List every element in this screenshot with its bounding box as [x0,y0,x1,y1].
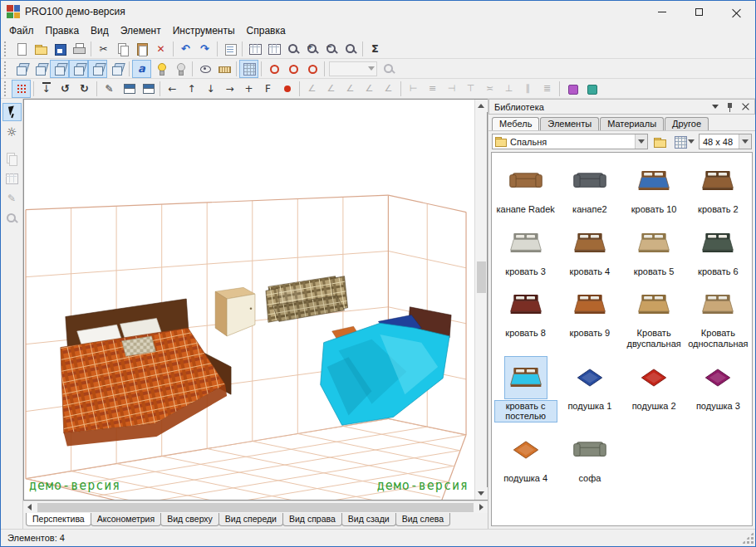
category-dropdown[interactable]: Спальня [492,134,648,149]
menu-item[interactable]: Файл [3,23,40,38]
library-item[interactable]: кровать 6 [686,222,750,277]
undo-button[interactable]: ↶ [176,40,195,58]
view-tab[interactable]: Вид сзади [341,513,396,526]
record-position-button[interactable] [277,80,297,98]
library-item[interactable]: канапе2 [557,159,621,215]
grid-button[interactable] [239,60,258,78]
3d-viewport[interactable]: демо-версия демо-версия [23,99,488,501]
scroll-down-button[interactable] [475,487,488,500]
horizontal-scroll-thumb[interactable] [37,503,474,512]
light-tool-button[interactable]: ☼ [2,123,22,141]
new-document-button[interactable] [12,40,31,58]
toolbar-grip[interactable] [4,42,8,56]
report-button[interactable] [245,40,264,58]
menu-item[interactable]: Правка [40,23,86,38]
vertical-scroll-thumb[interactable] [477,261,486,293]
vertical-scrollbar[interactable] [474,100,487,500]
view-tab[interactable]: Вид слева [395,513,450,526]
move-center-button[interactable]: + [239,80,258,98]
copy-button[interactable] [113,40,132,58]
library-item[interactable]: подушка 3 [686,356,750,422]
snap-edges-button[interactable] [283,60,302,78]
scene-cabinet[interactable] [215,287,255,336]
library-item[interactable]: канапе Radek [493,159,557,215]
library-item[interactable]: кровать 10 [622,159,686,215]
magnet-a-button[interactable] [562,80,582,98]
snap-points-button[interactable] [264,60,283,78]
library-item[interactable]: кровать 8 [493,283,557,349]
scene-bed-orange[interactable] [61,299,231,447]
save-project-button[interactable] [50,40,69,58]
library-item[interactable]: подушка 2 [622,356,686,422]
move-left-button[interactable]: ← [163,80,182,98]
view-tab[interactable]: Вид спереди [218,513,283,526]
calculate-button[interactable]: Σ [366,40,385,58]
toolbar-grip[interactable] [4,61,8,76]
library-item[interactable]: подушка 1 [557,356,621,422]
properties-button[interactable] [220,40,239,58]
library-item[interactable]: кровать 5 [622,222,686,277]
transparent-view-button[interactable] [107,60,126,78]
put-on-floor-button[interactable]: ↓ [37,80,56,98]
toolbar-grip[interactable] [4,81,8,96]
view-tab[interactable]: Вид сверху [160,513,219,526]
folder-up-button[interactable] [650,134,669,150]
library-item[interactable]: кровать 3 [493,222,557,277]
library-item[interactable]: кровать с постелью [493,356,557,422]
library-tab[interactable]: Другое [665,117,709,130]
texture-view-button[interactable] [69,60,88,78]
menu-item[interactable]: Элемент [115,23,167,38]
library-item[interactable]: кровать 2 [686,159,750,215]
library-item[interactable]: Кровать двуспальная [622,283,686,349]
view-tab[interactable]: Вид справа [282,513,342,526]
dropdown-arrow[interactable] [739,134,751,149]
select-tool-button[interactable] [2,103,22,121]
library-pin-button[interactable] [724,101,737,113]
library-tab[interactable]: Материалы [600,117,664,130]
paste-button[interactable] [132,40,151,58]
close-button[interactable] [718,1,755,22]
color-view-button[interactable] [50,60,69,78]
print-button[interactable] [69,40,88,58]
dimensions-button[interactable] [214,60,233,78]
library-item[interactable]: Кровать односпальная [686,283,750,349]
library-tab[interactable]: Мебель [492,117,539,130]
library-tab[interactable]: Элементы [540,117,599,130]
horizontal-scrollbar[interactable] [23,501,488,513]
move-up-button[interactable]: ↑ [182,80,201,98]
library-item[interactable]: подушка 4 [493,428,557,484]
scroll-left-button[interactable] [23,501,36,514]
menu-item[interactable]: Вид [85,23,115,38]
thumbnail-size-dropdown[interactable]: 48 x 48 [699,134,752,149]
library-item[interactable]: кровать 4 [557,222,621,277]
scene-sofa[interactable] [266,276,348,323]
wireframe-view-button[interactable] [12,60,31,78]
group-button[interactable] [119,80,138,98]
minimize-button[interactable] [643,1,680,22]
library-item[interactable]: софа [557,428,621,484]
move-down-button[interactable]: ↓ [201,80,220,98]
edit-element-button[interactable]: ✎ [100,80,119,98]
library-menu-button[interactable] [709,101,722,113]
delete-button[interactable]: ✕ [151,40,170,58]
magnet-b-button[interactable] [582,80,601,98]
snap-centers-button[interactable] [302,60,322,78]
3d-scene[interactable] [24,100,474,500]
rotate-cw-button[interactable]: ↻ [75,80,94,98]
snap-grid-button[interactable] [12,80,31,98]
contour-view-button[interactable] [88,60,107,78]
scroll-up-button[interactable] [475,100,488,112]
view-tab[interactable]: Перспектива [26,513,91,526]
view-mode-button[interactable] [671,134,696,150]
cut-button[interactable]: ✂ [94,40,113,58]
rotate-ccw-button[interactable]: ↺ [56,80,75,98]
fit-element-button[interactable]: F [258,80,277,98]
zoom-out-button[interactable]: − [322,40,341,58]
open-project-button[interactable] [31,40,50,58]
antialias-button[interactable]: a [132,60,151,78]
library-item[interactable]: кровать 9 [557,283,621,349]
menu-item[interactable]: Справка [241,23,292,38]
move-right-button[interactable]: → [220,80,239,98]
resize-grip[interactable] [742,532,754,544]
ungroup-button[interactable] [138,80,157,98]
